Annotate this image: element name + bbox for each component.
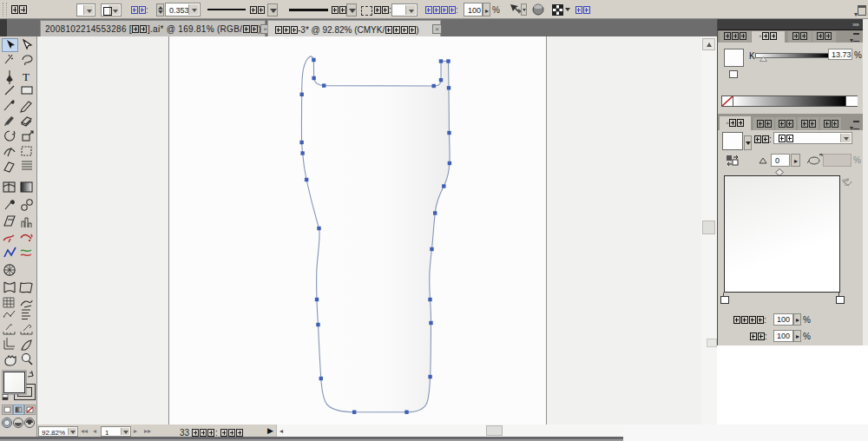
svg-text:T: T [23, 70, 30, 83]
